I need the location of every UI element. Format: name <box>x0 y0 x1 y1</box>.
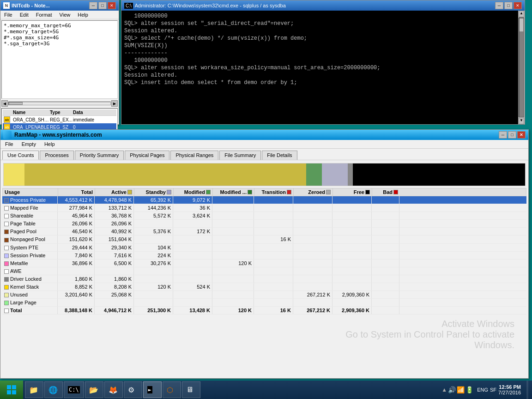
hscrollbar[interactable] <box>8 102 111 105</box>
table-cell <box>372 252 399 259</box>
watermark-line1: Activate Windows <box>345 319 514 329</box>
rammap-maximize[interactable]: □ <box>508 131 516 139</box>
show-hidden-icons[interactable]: ▲ <box>441 387 447 393</box>
table-row[interactable]: Shareable45,964 K36,768 K5,572 K3,624 K <box>2 212 526 220</box>
table-cell <box>212 236 254 243</box>
table-row[interactable]: Kernel Stack8,852 K8,208 K120 K524 K <box>2 283 526 291</box>
cmd-close[interactable]: ✕ <box>514 2 522 9</box>
table-row[interactable]: Driver Locked1,860 K1,860 K <box>2 275 526 283</box>
taskbar-item-explorer[interactable]: 📁 <box>25 381 43 398</box>
taskbar-item-unknown1[interactable]: ⬡ <box>163 381 181 398</box>
standby-color-swatch <box>167 190 171 194</box>
table-cell <box>212 299 254 306</box>
system-clock[interactable]: 12:56 PM 7/27/2016 <box>498 384 525 395</box>
tab-processes[interactable]: Processes <box>40 151 73 160</box>
package-icon: ⬡ <box>167 386 173 394</box>
rammap-close[interactable]: ✕ <box>517 131 526 139</box>
tab-file-details[interactable]: File Details <box>262 151 297 160</box>
table-cell <box>58 267 95 275</box>
menu-file[interactable]: File <box>2 12 14 18</box>
menu-format[interactable]: Format <box>34 12 54 18</box>
table-cell <box>254 291 293 298</box>
notification-icons: ▲ 🔊 📶 🔋 <box>440 386 475 393</box>
table-row[interactable]: Session Private7,840 K7,616 K224 K <box>2 252 526 260</box>
table-row[interactable]: Paged Pool46,540 K40,992 K5,376 K172 K <box>2 228 526 236</box>
tab-priority-summary[interactable]: Priority Summary <box>75 151 124 160</box>
tab-physical-pages[interactable]: Physical Pages <box>125 151 169 160</box>
network-tray-icon: 🔊 <box>448 386 456 393</box>
cmd-scroll-thumb[interactable] <box>519 18 524 32</box>
tab-use-counts[interactable]: Use Counts <box>2 151 39 160</box>
row-color-swatch <box>4 254 9 258</box>
cmd-content[interactable]: 1000000000 SQL> alter session set "_seri… <box>121 11 518 124</box>
table-cell <box>372 244 399 251</box>
tab-file-summary[interactable]: File Summary <box>219 151 261 160</box>
table-cell: 46,540 K <box>58 228 95 235</box>
menu-help[interactable]: Help <box>76 12 90 18</box>
reg-icon-1: ab <box>4 116 10 123</box>
table-cell <box>173 220 212 227</box>
cmd-scroll-down[interactable]: ▼ <box>519 118 524 124</box>
row-color-swatch <box>4 277 9 282</box>
row-color-swatch <box>4 206 9 211</box>
table-cell <box>293 212 332 219</box>
rammap-menu-help[interactable]: Help <box>42 141 57 147</box>
table-row[interactable]: Mapped File277,984 K133,712 K144,236 K36… <box>2 204 526 212</box>
menu-view[interactable]: View <box>58 12 73 18</box>
table-cell: Nonpaged Pool <box>2 236 58 243</box>
taskbar-item-firefox[interactable]: 🦊 <box>104 381 123 398</box>
minimize-button[interactable]: ─ <box>89 2 97 9</box>
table-cell: Page Table <box>2 220 58 227</box>
cmd-scroll-up[interactable]: ▲ <box>519 11 524 17</box>
table-cell <box>293 244 332 251</box>
start-button[interactable] <box>0 381 23 399</box>
table-cell: 16 K <box>254 307 293 314</box>
table-cell <box>134 220 173 227</box>
svg-rect-0 <box>7 385 11 389</box>
table-cell <box>372 212 399 219</box>
table-row[interactable]: Page Table26,096 K26,096 K <box>2 220 526 228</box>
table-row[interactable]: Nonpaged Pool151,620 K151,604 K16 K <box>2 236 526 243</box>
table-cell: 26,096 K <box>58 220 95 227</box>
table-cell <box>254 204 293 212</box>
cmd-vscrollbar[interactable]: ▲ ▼ <box>518 11 525 124</box>
cmd-minimize[interactable]: ─ <box>495 2 503 9</box>
scroll-left[interactable]: ◀ <box>1 100 8 107</box>
table-row[interactable]: Metafile36,896 K6,500 K30,276 K120 K <box>2 260 526 267</box>
taskbar-item-ie[interactable]: 🌐 <box>44 381 63 398</box>
use-counts-table: Usage Total Active Standby Modified Modi… <box>2 188 526 314</box>
close-button[interactable]: ✕ <box>108 2 116 9</box>
maximize-button[interactable]: □ <box>98 2 107 9</box>
cmd-line-11: 1000000000 <box>124 57 515 64</box>
menu-edit[interactable]: Edit <box>18 12 30 18</box>
table-row[interactable]: System PTE29,444 K29,340 K104 K <box>2 244 526 252</box>
header-data-col: Data <box>73 110 101 115</box>
registry-row-1[interactable]: ab ORA_CDB_SHUT... REG_EX... immediate <box>3 116 116 123</box>
table-row[interactable]: AWE <box>2 267 526 275</box>
table-cell: 36 K <box>173 204 212 212</box>
table-row[interactable]: Unused3,201,640 K25,068 K267,212 K2,909,… <box>2 291 526 299</box>
taskbar-item-network[interactable]: 🖥 <box>182 381 200 398</box>
table-row[interactable]: Process Private4,553,412 K4,478,948 K65,… <box>2 196 526 204</box>
cmd-line-13: SQL> alter session set workarea_size_pol… <box>124 64 515 72</box>
table-row[interactable]: Large Page <box>2 299 526 307</box>
show-desktop-button[interactable] <box>526 381 528 399</box>
scroll-right[interactable]: ▶ <box>111 100 118 107</box>
cmd-title-text: Administrator: C:\Windows\system32\cmd.e… <box>135 3 286 8</box>
table-row[interactable]: Total8,388,148 K4,946,712 K251,300 K13,4… <box>2 307 526 314</box>
notepad-text-area[interactable]: *.memory_max_target=6G *.memory_target=5… <box>1 20 118 99</box>
taskbar-item-terminal[interactable]: C:\ <box>64 381 84 398</box>
cmd-maximize[interactable]: □ <box>504 2 513 9</box>
taskbar-item-settings[interactable]: ⚙ <box>124 381 142 398</box>
tab-physical-ranges[interactable]: Physical Ranges <box>170 151 218 160</box>
rammap-minimize[interactable]: ─ <box>499 131 507 139</box>
modified-color-swatch <box>206 190 211 194</box>
hscroll-thumb[interactable] <box>9 102 23 105</box>
table-cell: 45,964 K <box>58 212 95 219</box>
rammap-menu-empty[interactable]: Empty <box>20 141 38 147</box>
table-cell: Process Private <box>2 196 58 204</box>
table-cell <box>95 267 134 275</box>
rammap-menu-file[interactable]: File <box>3 141 15 147</box>
taskbar-item-cmd[interactable]: ► <box>143 381 162 398</box>
taskbar-item-folder[interactable]: 📂 <box>85 381 103 398</box>
